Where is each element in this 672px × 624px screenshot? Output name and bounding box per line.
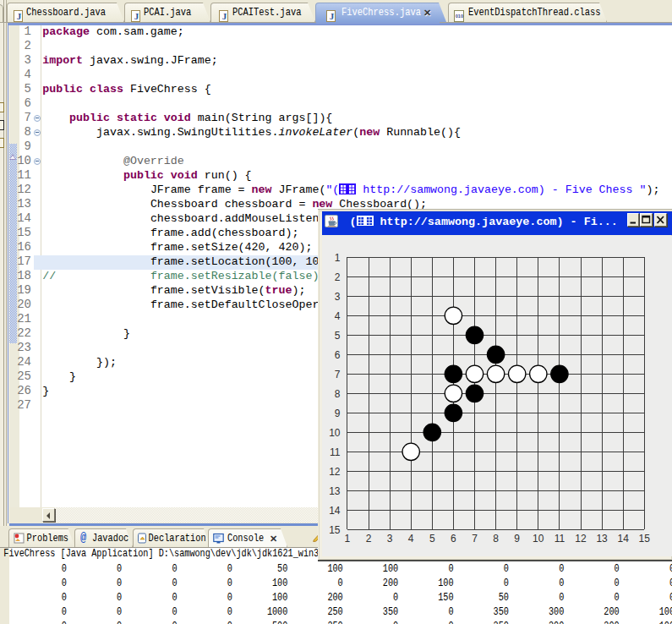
svg-text:10: 10 (533, 533, 544, 545)
svg-text:4: 4 (408, 533, 414, 545)
svg-text:14: 14 (618, 533, 630, 545)
svg-text:6: 6 (335, 349, 341, 361)
svg-text:13: 13 (329, 485, 341, 497)
svg-text:4: 4 (335, 310, 341, 322)
svg-text:11: 11 (555, 533, 565, 545)
svg-text:1: 1 (335, 252, 341, 264)
svg-text:12: 12 (329, 466, 341, 478)
svg-text:6: 6 (451, 533, 456, 545)
svg-text:11: 11 (330, 446, 341, 458)
svg-text:10: 10 (329, 427, 341, 439)
svg-text:3: 3 (335, 291, 341, 303)
svg-text:3: 3 (387, 533, 393, 545)
svg-text:2: 2 (335, 271, 341, 283)
svg-text:9: 9 (335, 408, 341, 419)
svg-text:7: 7 (472, 533, 478, 545)
svg-text:12: 12 (575, 533, 587, 545)
svg-text:15: 15 (329, 524, 341, 536)
svg-text:14: 14 (329, 505, 341, 517)
svg-text:9: 9 (514, 533, 520, 545)
svg-text:7: 7 (335, 369, 341, 380)
svg-text:5: 5 (429, 533, 435, 545)
svg-text:5: 5 (335, 330, 341, 342)
svg-text:15: 15 (639, 533, 651, 545)
svg-text:13: 13 (596, 533, 608, 545)
svg-text:2: 2 (366, 533, 372, 545)
svg-text:8: 8 (335, 388, 341, 400)
svg-text:8: 8 (493, 533, 499, 545)
svg-text:1: 1 (345, 533, 351, 545)
